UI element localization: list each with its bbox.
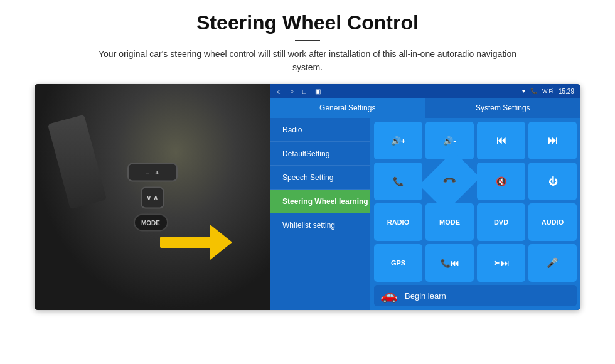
sw-nav-label: ∨ ∧ xyxy=(146,194,158,202)
btn-mute[interactable]: 🔇 xyxy=(477,163,525,200)
steering-photo: – + ∨ ∧ MODE xyxy=(35,84,270,310)
tab-system-label: System Settings xyxy=(476,104,530,112)
phone-icon: 📞 xyxy=(530,88,537,94)
btn-mic[interactable]: 🎤 xyxy=(528,244,577,282)
sw-nav-btn[interactable]: ∨ ∧ xyxy=(141,187,164,209)
btn-hangup[interactable]: 📞 xyxy=(419,151,480,212)
sw-btn-group-top: – + xyxy=(127,163,178,182)
btn-call-prev[interactable]: 📞⏮ xyxy=(425,244,474,282)
page-container: Steering Wheel Control Your original car… xyxy=(0,0,615,364)
sw-btn-group-mid: ∨ ∧ xyxy=(127,187,178,209)
begin-learn-row: 🚗 Begin learn xyxy=(374,285,577,306)
tab-system-settings[interactable]: System Settings xyxy=(425,98,581,118)
sw-vol-btn[interactable]: – + xyxy=(127,163,178,182)
subtitle-text: Your original car's steering wheel contr… xyxy=(88,48,527,74)
btn-mode-label: MODE xyxy=(439,218,460,226)
btn-prev[interactable]: ⏮ xyxy=(477,122,525,159)
sw-mode-label: MODE xyxy=(141,219,160,226)
home-icon[interactable]: ○ xyxy=(290,88,294,95)
btn-radio[interactable]: RADIO xyxy=(374,203,422,241)
menu-steering-wheel[interactable]: Steering Wheel learning xyxy=(270,190,370,213)
content-image-area: – + ∨ ∧ MODE xyxy=(0,84,615,364)
btn-vol-up[interactable]: 🔊+ xyxy=(374,122,422,159)
menu-radio-label: Radio xyxy=(282,126,302,134)
menu-speech-setting[interactable]: Speech Setting xyxy=(270,166,370,190)
screen-icon[interactable]: ▣ xyxy=(315,88,321,95)
btn-mode[interactable]: MODE xyxy=(425,203,474,241)
btn-mute-next[interactable]: ✂⏭ xyxy=(477,244,525,282)
begin-learn-label: Begin learn xyxy=(405,291,446,301)
arrow-body xyxy=(160,237,210,248)
btn-dvd[interactable]: DVD xyxy=(477,203,525,241)
car-icon: 🚗 xyxy=(380,287,397,304)
btn-audio[interactable]: AUDIO xyxy=(528,203,577,241)
btn-radio-label: RADIO xyxy=(387,218,409,226)
page-title: Steering Wheel Control xyxy=(13,11,602,35)
menu-whitelist[interactable]: Whitelist setting xyxy=(270,213,370,237)
yellow-arrow xyxy=(160,225,232,260)
time-display: 15:29 xyxy=(559,88,574,95)
btn-dvd-label: DVD xyxy=(494,218,508,226)
status-bar: ◁ ○ □ ▣ ♥ 📞 WiFi 15:29 xyxy=(270,84,580,98)
header-section: Steering Wheel Control Your original car… xyxy=(0,0,615,80)
status-bar-right: ♥ 📞 WiFi 15:29 xyxy=(522,88,574,95)
arrow-head xyxy=(210,225,232,260)
status-bar-left: ◁ ○ □ ▣ xyxy=(276,88,321,95)
menu-default-setting[interactable]: DefaultSetting xyxy=(270,142,370,166)
btn-gps-label: GPS xyxy=(391,259,405,267)
btn-audio-label: AUDIO xyxy=(542,218,564,226)
tab-general-settings[interactable]: General Settings xyxy=(270,98,425,118)
btn-power[interactable]: ⏻ xyxy=(528,163,577,200)
sw-buttons-area: – + ∨ ∧ MODE xyxy=(127,163,178,232)
sw-vol-label: – + xyxy=(146,169,159,176)
tab-general-label: General Settings xyxy=(319,104,375,112)
wifi-icon: WiFi xyxy=(542,88,554,94)
device-mockup: – + ∨ ∧ MODE xyxy=(35,84,580,310)
menu-steering-label: Steering Wheel learning xyxy=(282,197,368,206)
menu-speech-label: Speech Setting xyxy=(282,173,333,182)
back-icon[interactable]: ◁ xyxy=(276,88,281,95)
menu-panel: Radio DefaultSetting Speech Setting Stee… xyxy=(270,118,370,310)
android-screen: ◁ ○ □ ▣ ♥ 📞 WiFi 15:29 General xyxy=(270,84,580,310)
menu-radio[interactable]: Radio xyxy=(270,118,370,142)
menu-whitelist-label: Whitelist setting xyxy=(282,221,335,230)
tabs-row: General Settings System Settings xyxy=(270,98,580,118)
screen-body: Radio DefaultSetting Speech Setting Stee… xyxy=(270,118,580,310)
recent-icon[interactable]: □ xyxy=(302,88,306,95)
btn-gps[interactable]: GPS xyxy=(374,244,422,282)
menu-default-label: DefaultSetting xyxy=(282,149,329,158)
location-icon: ♥ xyxy=(522,88,525,94)
title-divider xyxy=(295,40,320,41)
btn-call[interactable]: 📞 xyxy=(374,163,422,200)
btn-next[interactable]: ⏭ xyxy=(528,122,577,159)
